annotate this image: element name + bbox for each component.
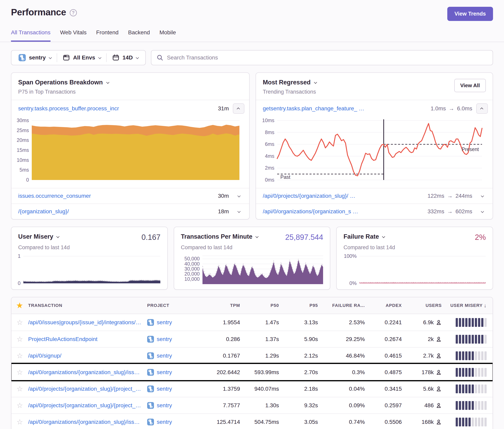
view-trends-button[interactable]: View Trends <box>447 7 493 21</box>
tpm-title[interactable]: Transactions Per Minute <box>181 233 258 240</box>
project-link[interactable]: sentry <box>157 369 172 376</box>
svg-text:4ms: 4ms <box>265 153 274 159</box>
span-op-link[interactable]: sentry.tasks.process_buffer.process_incr <box>18 105 215 112</box>
star-icon[interactable]: ☆ <box>11 351 28 360</box>
tab-backend[interactable]: Backend <box>128 29 150 42</box>
star-icon[interactable]: ☆ <box>11 335 28 343</box>
table-row[interactable]: ☆ /api/0/projects/{organization_slug}/{p… <box>11 380 493 397</box>
expand-toggle[interactable] <box>233 195 244 197</box>
transaction-link[interactable]: /api/0/organizations/{organization_slug}… <box>28 369 147 376</box>
project-link[interactable]: sentry <box>157 386 172 392</box>
svg-text:30ms: 30ms <box>17 118 29 123</box>
p50-cell: 940.07ms <box>240 386 279 392</box>
table-row[interactable]: ☆ /api/0/projects/{organization_slug}/{p… <box>11 397 493 413</box>
svg-text:30,000: 30,000 <box>184 266 199 271</box>
svg-text:10ms: 10ms <box>262 118 274 123</box>
col-user-misery[interactable]: USER MISERY ↓ <box>442 303 493 309</box>
tab-mobile[interactable]: Mobile <box>160 29 176 42</box>
table-row[interactable]: ☆ /api/0/organizations/{organization_slu… <box>11 364 493 380</box>
search-input[interactable] <box>167 54 487 61</box>
regressed-link[interactable]: getsentry.tasks.plan_change_feature_ … <box>263 105 428 112</box>
apdex-cell: 0.2674 <box>365 336 402 342</box>
regressed-link[interactable]: /api/0/organizations/{organization_s … <box>263 208 424 215</box>
project-cell: sentry <box>147 385 206 392</box>
p50-cell: 1.47s <box>240 319 279 326</box>
col-failure-rate[interactable]: FAILURE RA... <box>318 303 365 308</box>
span-op-link[interactable]: issues.occurrence_consumer <box>18 193 215 199</box>
failure-rate-chart[interactable]: 100%0% <box>337 251 493 289</box>
transaction-link[interactable]: /api/0/signup/ <box>28 353 147 359</box>
table-row[interactable]: ☆ ProjectRuleActionsEndpoint sentry 0.28… <box>11 331 493 347</box>
svg-text:0: 0 <box>26 177 29 183</box>
project-link[interactable]: sentry <box>157 402 172 409</box>
tab-frontend[interactable]: Frontend <box>96 29 118 42</box>
project-cell: sentry <box>147 319 206 326</box>
apdex-cell: 0.5506 <box>365 419 402 425</box>
user-misery-scorebar <box>442 335 493 344</box>
star-icon[interactable]: ☆ <box>11 368 28 376</box>
transaction-link[interactable]: ProjectRuleActionsEndpoint <box>28 336 147 342</box>
apdex-cell: 0.4875 <box>365 369 402 376</box>
failure-rate-cell: 2.53% <box>318 319 365 326</box>
col-transaction[interactable]: TRANSACTION <box>28 303 147 308</box>
help-icon[interactable]: ? <box>70 9 77 16</box>
project-cell: sentry <box>147 352 206 359</box>
view-all-button[interactable]: View All <box>454 79 486 92</box>
failure-rate-title[interactable]: Failure Rate <box>343 233 384 240</box>
span-operations-chart[interactable]: 30ms25ms20ms15ms10ms5ms0 <box>11 117 249 188</box>
environment-filter[interactable]: All Envs <box>57 54 106 61</box>
svg-text:20,000: 20,000 <box>184 271 199 277</box>
table-row[interactable]: ☆ /api/0/signup/ sentry 0.1767 1.29s 2.1… <box>11 347 493 364</box>
transaction-link[interactable]: /api/0/issues|groups/{issue_id}/integrat… <box>28 319 147 326</box>
star-icon[interactable]: ☆ <box>11 401 28 410</box>
project-cell: sentry <box>147 402 206 409</box>
collapse-toggle-button[interactable] <box>476 103 488 114</box>
star-icon[interactable]: ☆ <box>11 385 28 393</box>
failure-rate-cell: 0.3% <box>318 369 365 376</box>
project-link[interactable]: sentry <box>157 336 172 342</box>
project-link[interactable]: sentry <box>157 319 172 326</box>
svg-text:50,000: 50,000 <box>184 256 199 261</box>
table-row[interactable]: ☆ /api/0/issues|groups/{issue_id}/integr… <box>11 314 493 331</box>
col-p95[interactable]: P95 <box>279 303 318 308</box>
top-bar: Performance ? View Trends All Transactio… <box>0 0 504 42</box>
project-filter[interactable]: sentry <box>13 54 57 61</box>
tab-all-transactions[interactable]: All Transactions <box>11 29 51 42</box>
transaction-link[interactable]: /api/0/projects/{organization_slug}/{pro… <box>28 402 147 409</box>
most-regressed-chart[interactable]: 10ms8ms6ms4ms2ms0msPastPresent <box>256 117 493 188</box>
project-link[interactable]: sentry <box>157 419 172 425</box>
date-range-filter[interactable]: 14D <box>107 54 144 61</box>
tpm-value: 25,897.544 <box>285 233 323 242</box>
expand-toggle[interactable] <box>233 210 244 213</box>
tab-web-vitals[interactable]: Web Vitals <box>60 29 87 42</box>
col-tpm[interactable]: TPM <box>206 303 240 308</box>
tpm-chart[interactable]: 50,00040,00030,00020,00010,000 <box>174 251 330 289</box>
span-operations-title[interactable]: Span Operations Breakdown <box>18 79 109 86</box>
most-regressed-title[interactable]: Most Regressed <box>263 79 316 86</box>
svg-text:10,000: 10,000 <box>184 276 199 282</box>
star-icon[interactable]: ☆ <box>11 318 28 327</box>
col-apdex[interactable]: APDEX <box>365 303 402 308</box>
regressed-link[interactable]: /api/0/projects/{organization_slug}/ … <box>263 193 424 199</box>
user-misery-chart[interactable]: 10 <box>11 251 167 289</box>
expand-toggle[interactable] <box>476 210 488 213</box>
table-row[interactable]: ☆ /api/0/organizations/{organization_slu… <box>11 413 493 429</box>
transaction-link[interactable]: /api/0/organizations/{organization_slug}… <box>28 419 147 425</box>
user-misery-title[interactable]: User Misery <box>18 233 59 240</box>
star-icon[interactable]: ☆ <box>11 418 28 426</box>
transaction-link[interactable]: /api/0/projects/{organization_slug}/{pro… <box>28 386 147 392</box>
project-link[interactable]: sentry <box>157 353 172 359</box>
span-op-link[interactable]: /{organization_slug}/ <box>18 208 215 215</box>
favorites-star-icon[interactable]: ★ <box>11 301 28 310</box>
failure-rate-value: 2% <box>475 233 486 242</box>
p50-cell: 504.75ms <box>240 419 279 425</box>
expand-toggle[interactable] <box>476 195 488 197</box>
col-project[interactable]: PROJECT <box>147 303 206 308</box>
col-users[interactable]: USERS <box>402 303 442 308</box>
regressed-from-value: 122ms <box>428 193 444 199</box>
collapse-toggle-button[interactable] <box>233 103 244 114</box>
arrow-right-icon: → <box>449 105 454 112</box>
col-p50[interactable]: P50 <box>240 303 279 308</box>
svg-text:0%: 0% <box>350 280 357 286</box>
user-misery-panel: User Misery 0.167 Compared to last 14d 1… <box>11 227 168 290</box>
